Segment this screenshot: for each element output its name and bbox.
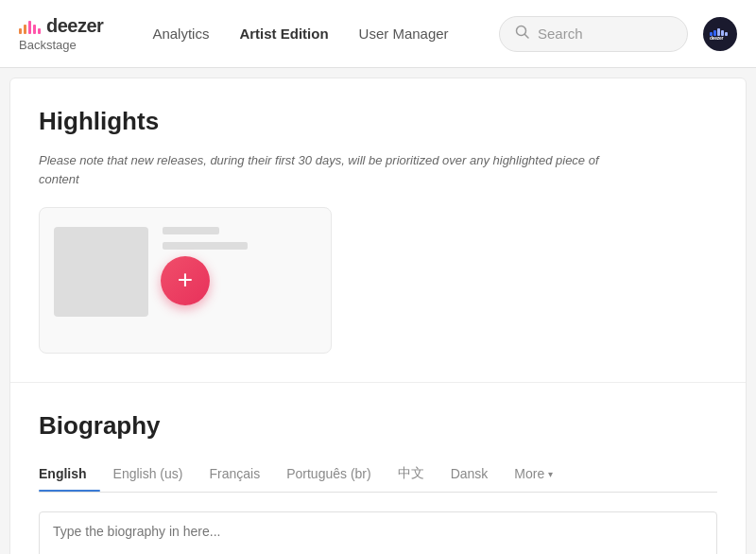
biography-title: Biography xyxy=(39,411,717,441)
nav-analytics[interactable]: Analytics xyxy=(141,18,220,49)
logo-deezer: deezer xyxy=(19,15,103,37)
nav-artist-edition[interactable]: Artist Edition xyxy=(228,18,339,49)
deezer-logo-text: deezer xyxy=(46,15,103,37)
biography-textarea[interactable] xyxy=(39,511,717,554)
plus-icon: + xyxy=(178,267,193,293)
bar4 xyxy=(33,25,36,34)
tab-english-us[interactable]: English (us) xyxy=(100,457,197,491)
chevron-down-icon: ▾ xyxy=(548,469,553,479)
search-placeholder: Search xyxy=(538,26,583,42)
tab-francais[interactable]: Français xyxy=(196,457,273,491)
highlights-section: Highlights Please note that new releases… xyxy=(10,78,746,383)
biography-section: Biography English English (us) Français … xyxy=(10,383,746,554)
search-icon xyxy=(515,25,530,43)
header: deezer Backstage Analytics Artist Editio… xyxy=(0,0,756,68)
tab-chinese[interactable]: 中文 xyxy=(385,456,438,492)
svg-line-1 xyxy=(525,34,529,38)
bar5 xyxy=(38,28,41,34)
logo-icon xyxy=(19,19,41,34)
add-highlight-button[interactable]: + xyxy=(161,256,210,305)
svg-rect-6 xyxy=(725,32,728,36)
card-line-2 xyxy=(163,242,248,250)
card-lines-placeholder xyxy=(163,227,248,250)
avatar-logo: deezer xyxy=(710,28,730,40)
bar2 xyxy=(24,25,26,34)
card-image-placeholder xyxy=(54,227,148,317)
user-avatar[interactable]: deezer xyxy=(703,17,737,51)
logo-area: deezer Backstage xyxy=(19,15,103,52)
tab-english[interactable]: English xyxy=(39,457,100,491)
highlights-card-area: + xyxy=(39,207,332,354)
tab-dansk[interactable]: Dansk xyxy=(438,457,502,491)
card-line-1 xyxy=(163,227,219,234)
bar3 xyxy=(28,21,31,34)
tab-portugues[interactable]: Português (br) xyxy=(273,457,384,491)
tab-more[interactable]: More ▾ xyxy=(501,457,566,491)
svg-text:deezer: deezer xyxy=(710,35,723,40)
highlights-title: Highlights xyxy=(39,107,717,136)
main-content: Highlights Please note that new releases… xyxy=(9,78,747,554)
main-nav: Analytics Artist Edition User Manager xyxy=(141,18,499,49)
more-label: More xyxy=(514,466,544,481)
highlights-note: Please note that new releases, during th… xyxy=(39,151,625,188)
backstage-subtitle: Backstage xyxy=(19,38,103,52)
biography-tabs: English English (us) Français Português … xyxy=(39,456,717,493)
nav-user-manager[interactable]: User Manager xyxy=(348,18,460,49)
bar1 xyxy=(19,28,22,34)
search-box[interactable]: Search xyxy=(499,16,688,52)
